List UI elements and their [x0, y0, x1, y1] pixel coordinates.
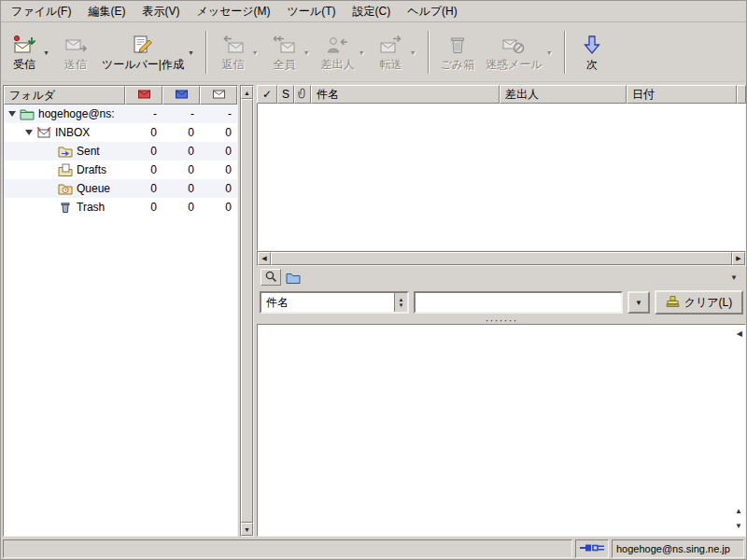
- folder-row-sent[interactable]: Sent 0 0 0: [4, 142, 237, 161]
- next-button-label: 次: [586, 57, 598, 73]
- date-column-label: 日付: [632, 87, 655, 103]
- compose-icon: [131, 33, 155, 55]
- unread-count-column-header[interactable]: [162, 86, 200, 105]
- clear-button-label: クリア(L): [684, 295, 733, 311]
- folder-pane-scrollbar[interactable]: ▲ ▼: [240, 85, 254, 537]
- reply-to-sender-button[interactable]: 差出人 ▼: [316, 29, 371, 77]
- scrollbar-thumb[interactable]: [271, 252, 732, 265]
- folder-row-inbox[interactable]: INBOX 0 0 0: [4, 123, 237, 142]
- search-query-input[interactable]: [414, 291, 623, 314]
- search-history-dropdown-button[interactable]: ▼: [627, 291, 650, 314]
- menu-item-configuration[interactable]: 設定(C): [344, 1, 399, 22]
- compose-dropdown-arrow-icon[interactable]: ▼: [188, 49, 194, 56]
- scroll-down-arrow-icon[interactable]: ▼: [241, 523, 253, 536]
- message-view[interactable]: ◀ ▲ ▼: [257, 324, 746, 537]
- folder-row-queue[interactable]: Queue 0 0 0: [4, 179, 237, 198]
- unread-count: 0: [162, 201, 200, 214]
- reply-all-button[interactable]: 全員 ▼: [264, 29, 316, 77]
- mark-column-header[interactable]: ✓: [257, 85, 277, 104]
- scroll-up-arrow-icon[interactable]: ▲: [735, 507, 742, 515]
- trash-button[interactable]: ごみ箱: [435, 29, 481, 77]
- folder-row-account[interactable]: hogehoge@ns: - - -: [4, 105, 237, 123]
- combo-spinner-icon[interactable]: ▲▼: [394, 293, 407, 312]
- scroll-up-arrow-icon[interactable]: ▲: [241, 86, 253, 99]
- reply-all-dropdown-arrow-icon[interactable]: ▼: [303, 49, 310, 56]
- folder-label: Drafts: [77, 163, 106, 176]
- total-mail-icon: [213, 89, 225, 102]
- menu-item-message[interactable]: メッセージ(M): [188, 1, 278, 22]
- from-column-label: 差出人: [505, 87, 539, 103]
- menu-item-view[interactable]: 表示(V): [134, 1, 188, 22]
- unread-mail-icon: [176, 89, 188, 102]
- folder-label: Queue: [77, 182, 110, 195]
- unread-count: 0: [162, 163, 200, 176]
- subject-column-label: 件名: [317, 87, 339, 103]
- message-pane: ✓ S 件名 差出人 日付 ◀ ▶: [257, 85, 746, 537]
- new-count-column-header[interactable]: [125, 86, 162, 105]
- total-count-column-header[interactable]: [200, 86, 237, 105]
- from-column-header[interactable]: 差出人: [500, 85, 627, 104]
- collapse-left-arrow-icon[interactable]: ◀: [737, 329, 742, 338]
- status-column-label: S: [282, 88, 289, 101]
- folder-label: hogehoge@ns:: [38, 107, 115, 120]
- receive-mail-icon: [12, 33, 36, 55]
- account-indicator: hogehoge@ns.sing.ne.jp: [612, 539, 744, 558]
- forward-icon: [379, 33, 403, 55]
- status-column-header[interactable]: S: [277, 85, 294, 104]
- reply-to-sender-button-label: 差出人: [321, 57, 355, 73]
- folder-row-trash[interactable]: Trash 0 0 0: [4, 198, 237, 217]
- send-button[interactable]: 送信: [55, 29, 96, 77]
- search-panel-collapse-arrow-icon[interactable]: ▼: [730, 273, 738, 282]
- expander-icon[interactable]: [8, 111, 16, 117]
- toolbar: 受信 ▼ 送信 ツールバー|作成 ▼: [1, 22, 746, 82]
- scroll-right-arrow-icon[interactable]: ▶: [732, 252, 745, 265]
- online-status-indicator[interactable]: [575, 539, 609, 558]
- reply-button-label: 返信: [222, 57, 245, 73]
- folder-row-drafts[interactable]: Drafts 0 0 0: [4, 161, 237, 179]
- menu-item-edit[interactable]: 編集(E): [79, 1, 134, 22]
- menu-item-tools[interactable]: ツール(T): [279, 1, 345, 22]
- message-list-body[interactable]: [257, 104, 746, 251]
- menu-item-file[interactable]: ファイル(F): [3, 1, 79, 22]
- reply-dropdown-arrow-icon[interactable]: ▼: [252, 49, 259, 56]
- search-button[interactable]: [261, 269, 281, 286]
- receive-dropdown-arrow-icon[interactable]: ▼: [43, 49, 49, 56]
- scroll-down-arrow-icon[interactable]: ▼: [735, 522, 742, 530]
- search-field-selector-value: 件名: [261, 295, 394, 311]
- online-plug-icon: [580, 542, 604, 555]
- search-controls: 件名 ▲▼ ▼ クリア(L): [257, 288, 746, 316]
- search-folder-icon[interactable]: [286, 272, 301, 284]
- compose-button[interactable]: ツールバー|作成 ▼: [96, 29, 200, 77]
- scroll-left-arrow-icon[interactable]: ◀: [258, 252, 271, 265]
- message-list-header: ✓ S 件名 差出人 日付: [257, 85, 746, 104]
- new-mail-icon: [138, 89, 150, 102]
- send-button-label: 送信: [64, 57, 87, 73]
- reply-button[interactable]: 返信 ▼: [213, 29, 264, 77]
- toolbar-separator: [428, 31, 430, 74]
- expander-icon[interactable]: [25, 130, 33, 135]
- reply-to-sender-dropdown-arrow-icon[interactable]: ▼: [359, 49, 365, 56]
- subject-column-header[interactable]: 件名: [311, 85, 500, 104]
- new-count: 0: [125, 182, 162, 195]
- date-column-header[interactable]: 日付: [627, 85, 737, 104]
- total-count: 0: [200, 163, 237, 176]
- forward-dropdown-arrow-icon[interactable]: ▼: [410, 49, 416, 56]
- junk-mail-button[interactable]: 迷惑メール ▼: [480, 29, 558, 77]
- junk-mail-dropdown-arrow-icon[interactable]: ▼: [546, 49, 553, 56]
- next-button[interactable]: 次: [571, 29, 613, 77]
- search-field-selector[interactable]: 件名 ▲▼: [260, 291, 409, 314]
- total-count: -: [200, 107, 237, 120]
- folder-label: Trash: [77, 201, 105, 214]
- folder-column-header[interactable]: フォルダ: [4, 86, 125, 105]
- receive-button[interactable]: 受信 ▼: [4, 29, 55, 77]
- attachment-column-header[interactable]: [294, 85, 311, 104]
- forward-button[interactable]: 転送 ▼: [371, 29, 422, 77]
- splitter-grip[interactable]: ·······: [257, 316, 746, 324]
- toolbar-separator: [564, 31, 566, 74]
- menu-item-help[interactable]: ヘルプ(H): [399, 1, 466, 22]
- total-count: 0: [200, 201, 237, 214]
- status-bar: hogehoge@ns.sing.ne.jp: [1, 539, 746, 558]
- scrollbar-thumb[interactable]: [241, 99, 253, 523]
- message-list-horizontal-scrollbar[interactable]: ◀ ▶: [257, 251, 746, 266]
- clear-button[interactable]: クリア(L): [655, 290, 743, 315]
